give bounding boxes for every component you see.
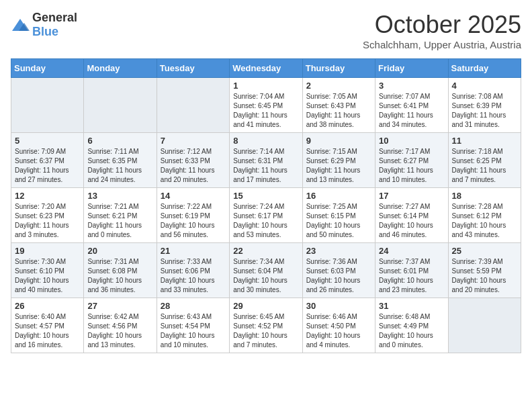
day-info: Sunrise: 7:07 AM Sunset: 6:41 PM Dayligh… bbox=[379, 92, 444, 130]
day-number: 6 bbox=[87, 136, 152, 146]
title-block: October 2025 Schalchham, Upper Austria, … bbox=[363, 11, 521, 50]
calendar-cell: 11Sunrise: 7:18 AM Sunset: 6:25 PM Dayli… bbox=[448, 133, 521, 188]
day-number: 23 bbox=[306, 246, 371, 256]
calendar-cell: 13Sunrise: 7:21 AM Sunset: 6:21 PM Dayli… bbox=[84, 188, 157, 243]
day-info: Sunrise: 7:15 AM Sunset: 6:29 PM Dayligh… bbox=[306, 147, 371, 185]
calendar-cell: 28Sunrise: 6:43 AM Sunset: 4:54 PM Dayli… bbox=[157, 298, 229, 353]
logo-general: General bbox=[32, 11, 77, 24]
day-number: 21 bbox=[161, 246, 226, 256]
calendar-week-row: 26Sunrise: 6:40 AM Sunset: 4:57 PM Dayli… bbox=[11, 298, 521, 353]
calendar-cell: 17Sunrise: 7:27 AM Sunset: 6:14 PM Dayli… bbox=[375, 188, 448, 243]
calendar-cell: 12Sunrise: 7:20 AM Sunset: 6:23 PM Dayli… bbox=[11, 188, 84, 243]
calendar-table: SundayMondayTuesdayWednesdayThursdayFrid… bbox=[11, 58, 521, 353]
calendar-cell: 29Sunrise: 6:45 AM Sunset: 4:52 PM Dayli… bbox=[230, 298, 302, 353]
day-info: Sunrise: 7:11 AM Sunset: 6:35 PM Dayligh… bbox=[87, 147, 152, 185]
day-info: Sunrise: 7:17 AM Sunset: 6:27 PM Dayligh… bbox=[379, 147, 444, 185]
calendar-cell: 24Sunrise: 7:37 AM Sunset: 6:01 PM Dayli… bbox=[375, 243, 448, 298]
weekday-header: Monday bbox=[84, 59, 157, 78]
day-info: Sunrise: 7:30 AM Sunset: 6:10 PM Dayligh… bbox=[15, 257, 80, 295]
weekday-header: Wednesday bbox=[230, 59, 302, 78]
day-number: 22 bbox=[233, 246, 298, 256]
day-number: 29 bbox=[233, 301, 298, 311]
calendar-cell: 26Sunrise: 6:40 AM Sunset: 4:57 PM Dayli… bbox=[11, 298, 84, 353]
day-number: 11 bbox=[452, 136, 517, 146]
calendar-week-row: 12Sunrise: 7:20 AM Sunset: 6:23 PM Dayli… bbox=[11, 188, 521, 243]
day-number: 10 bbox=[379, 136, 444, 146]
day-info: Sunrise: 7:37 AM Sunset: 6:01 PM Dayligh… bbox=[379, 257, 444, 295]
calendar-cell: 4Sunrise: 7:08 AM Sunset: 6:39 PM Daylig… bbox=[448, 78, 521, 133]
day-number: 15 bbox=[233, 191, 298, 201]
weekday-header: Saturday bbox=[448, 59, 521, 78]
day-info: Sunrise: 7:27 AM Sunset: 6:14 PM Dayligh… bbox=[379, 202, 444, 240]
day-info: Sunrise: 7:24 AM Sunset: 6:17 PM Dayligh… bbox=[233, 202, 298, 240]
calendar-cell: 2Sunrise: 7:05 AM Sunset: 6:43 PM Daylig… bbox=[302, 78, 375, 133]
day-number: 20 bbox=[87, 246, 152, 256]
day-number: 12 bbox=[15, 191, 80, 201]
calendar-cell: 14Sunrise: 7:22 AM Sunset: 6:19 PM Dayli… bbox=[157, 188, 229, 243]
calendar-cell: 6Sunrise: 7:11 AM Sunset: 6:35 PM Daylig… bbox=[84, 133, 157, 188]
calendar-cell: 18Sunrise: 7:28 AM Sunset: 6:12 PM Dayli… bbox=[448, 188, 521, 243]
day-info: Sunrise: 7:14 AM Sunset: 6:31 PM Dayligh… bbox=[233, 147, 298, 185]
calendar-cell bbox=[84, 78, 157, 133]
day-number: 28 bbox=[161, 301, 226, 311]
day-info: Sunrise: 6:48 AM Sunset: 4:49 PM Dayligh… bbox=[379, 312, 444, 350]
calendar-week-row: 5Sunrise: 7:09 AM Sunset: 6:37 PM Daylig… bbox=[11, 133, 521, 188]
calendar-cell: 10Sunrise: 7:17 AM Sunset: 6:27 PM Dayli… bbox=[375, 133, 448, 188]
calendar-cell bbox=[157, 78, 229, 133]
day-number: 3 bbox=[379, 81, 444, 91]
day-number: 24 bbox=[379, 246, 444, 256]
calendar-cell: 19Sunrise: 7:30 AM Sunset: 6:10 PM Dayli… bbox=[11, 243, 84, 298]
weekday-header: Tuesday bbox=[157, 59, 229, 78]
calendar-cell: 3Sunrise: 7:07 AM Sunset: 6:41 PM Daylig… bbox=[375, 78, 448, 133]
day-info: Sunrise: 7:36 AM Sunset: 6:03 PM Dayligh… bbox=[306, 257, 371, 295]
calendar-cell: 21Sunrise: 7:33 AM Sunset: 6:06 PM Dayli… bbox=[157, 243, 229, 298]
logo: General Blue bbox=[11, 11, 77, 39]
weekday-header: Thursday bbox=[302, 59, 375, 78]
calendar-cell: 7Sunrise: 7:12 AM Sunset: 6:33 PM Daylig… bbox=[157, 133, 229, 188]
day-info: Sunrise: 7:20 AM Sunset: 6:23 PM Dayligh… bbox=[15, 202, 80, 240]
day-number: 19 bbox=[15, 246, 80, 256]
calendar-cell: 25Sunrise: 7:39 AM Sunset: 5:59 PM Dayli… bbox=[448, 243, 521, 298]
day-info: Sunrise: 7:31 AM Sunset: 6:08 PM Dayligh… bbox=[87, 257, 152, 295]
calendar-cell: 23Sunrise: 7:36 AM Sunset: 6:03 PM Dayli… bbox=[302, 243, 375, 298]
calendar-cell: 9Sunrise: 7:15 AM Sunset: 6:29 PM Daylig… bbox=[302, 133, 375, 188]
day-info: Sunrise: 7:18 AM Sunset: 6:25 PM Dayligh… bbox=[452, 147, 517, 185]
day-info: Sunrise: 7:08 AM Sunset: 6:39 PM Dayligh… bbox=[452, 92, 517, 130]
calendar-cell: 31Sunrise: 6:48 AM Sunset: 4:49 PM Dayli… bbox=[375, 298, 448, 353]
day-number: 27 bbox=[87, 301, 152, 311]
calendar-cell bbox=[448, 298, 521, 353]
day-info: Sunrise: 7:09 AM Sunset: 6:37 PM Dayligh… bbox=[15, 147, 80, 185]
calendar-cell: 20Sunrise: 7:31 AM Sunset: 6:08 PM Dayli… bbox=[84, 243, 157, 298]
day-info: Sunrise: 7:04 AM Sunset: 6:45 PM Dayligh… bbox=[233, 92, 298, 130]
calendar-cell: 15Sunrise: 7:24 AM Sunset: 6:17 PM Dayli… bbox=[230, 188, 302, 243]
day-number: 25 bbox=[452, 246, 517, 256]
calendar-cell: 27Sunrise: 6:42 AM Sunset: 4:56 PM Dayli… bbox=[84, 298, 157, 353]
day-info: Sunrise: 6:40 AM Sunset: 4:57 PM Dayligh… bbox=[15, 312, 80, 350]
day-number: 1 bbox=[233, 81, 298, 91]
day-info: Sunrise: 6:45 AM Sunset: 4:52 PM Dayligh… bbox=[233, 312, 298, 350]
day-info: Sunrise: 7:28 AM Sunset: 6:12 PM Dayligh… bbox=[452, 202, 517, 240]
day-info: Sunrise: 7:25 AM Sunset: 6:15 PM Dayligh… bbox=[306, 202, 371, 240]
calendar-cell: 30Sunrise: 6:46 AM Sunset: 4:50 PM Dayli… bbox=[302, 298, 375, 353]
day-number: 2 bbox=[306, 81, 371, 91]
day-number: 30 bbox=[306, 301, 371, 311]
day-info: Sunrise: 7:05 AM Sunset: 6:43 PM Dayligh… bbox=[306, 92, 371, 130]
day-number: 16 bbox=[306, 191, 371, 201]
calendar-cell: 8Sunrise: 7:14 AM Sunset: 6:31 PM Daylig… bbox=[230, 133, 302, 188]
calendar-cell bbox=[11, 78, 84, 133]
day-info: Sunrise: 6:42 AM Sunset: 4:56 PM Dayligh… bbox=[87, 312, 152, 350]
day-number: 5 bbox=[15, 136, 80, 146]
day-number: 8 bbox=[233, 136, 298, 146]
day-number: 4 bbox=[452, 81, 517, 91]
day-number: 31 bbox=[379, 301, 444, 311]
calendar-cell: 22Sunrise: 7:34 AM Sunset: 6:04 PM Dayli… bbox=[230, 243, 302, 298]
calendar-week-row: 1Sunrise: 7:04 AM Sunset: 6:45 PM Daylig… bbox=[11, 78, 521, 133]
day-info: Sunrise: 7:21 AM Sunset: 6:21 PM Dayligh… bbox=[87, 202, 152, 240]
day-info: Sunrise: 7:22 AM Sunset: 6:19 PM Dayligh… bbox=[161, 202, 226, 240]
day-number: 14 bbox=[161, 191, 226, 201]
calendar-cell: 16Sunrise: 7:25 AM Sunset: 6:15 PM Dayli… bbox=[302, 188, 375, 243]
calendar-week-row: 19Sunrise: 7:30 AM Sunset: 6:10 PM Dayli… bbox=[11, 243, 521, 298]
day-number: 7 bbox=[161, 136, 226, 146]
day-info: Sunrise: 6:46 AM Sunset: 4:50 PM Dayligh… bbox=[306, 312, 371, 350]
day-number: 17 bbox=[379, 191, 444, 201]
